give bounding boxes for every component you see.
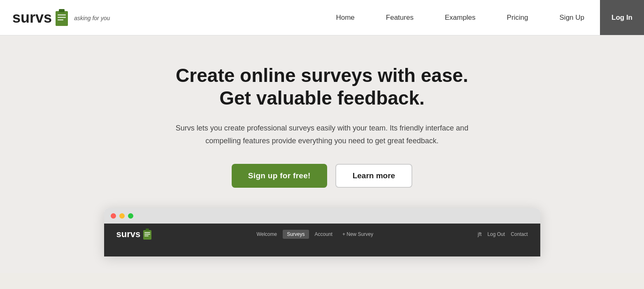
- app-nav-logout[interactable]: Log Out: [487, 231, 505, 237]
- hero-buttons: Sign up for free! Learn more: [8, 164, 636, 188]
- app-nav-username: jft: [478, 231, 481, 237]
- signup-button[interactable]: Sign up for free!: [232, 164, 327, 188]
- learn-more-button[interactable]: Learn more: [335, 164, 412, 188]
- app-nav-links: Welcome Surveys Account + New Survey: [252, 230, 377, 239]
- logo[interactable]: survs asking for you: [12, 9, 110, 27]
- app-nav-surveys[interactable]: Surveys: [283, 230, 309, 239]
- nav-item-features[interactable]: Features: [370, 0, 429, 35]
- header: survs asking for you Home Features Examp…: [0, 0, 644, 35]
- app-logo-icon: [143, 228, 152, 240]
- app-nav-new-survey[interactable]: + New Survey: [338, 230, 377, 239]
- nav-item-signup[interactable]: Sign Up: [544, 0, 600, 35]
- nav-item-pricing[interactable]: Pricing: [491, 0, 544, 35]
- window-maximize-dot: [128, 213, 133, 219]
- svg-rect-1: [59, 9, 65, 12]
- svg-rect-2: [58, 14, 66, 16]
- app-nav-right: jft Log Out Contact: [478, 231, 528, 237]
- hero-title: Create online surveys with ease. Get val…: [8, 64, 636, 110]
- svg-rect-6: [146, 228, 149, 231]
- app-nav-welcome[interactable]: Welcome: [252, 230, 281, 239]
- svg-rect-4: [58, 19, 63, 21]
- hero-subtitle: Survs lets you create professional surve…: [166, 122, 479, 147]
- hero-title-line1: Create online surveys with ease.: [176, 65, 468, 86]
- svg-rect-5: [143, 230, 151, 240]
- app-nav: survs Welcome Surveys Account + New Surv…: [104, 224, 540, 245]
- logo-wordmark: survs: [12, 9, 69, 27]
- app-nav-contact[interactable]: Contact: [511, 231, 528, 237]
- app-logo-text: survs: [116, 229, 141, 240]
- logo-tagline: asking for you: [74, 15, 110, 21]
- svg-rect-7: [144, 232, 150, 233]
- clipboard-icon: [54, 9, 69, 27]
- hero-section: Create online surveys with ease. Get val…: [0, 35, 644, 273]
- app-logo: survs: [116, 228, 152, 240]
- window-titlebar: [104, 208, 540, 224]
- hero-title-line2: Get valuable feedback.: [219, 87, 425, 109]
- main-nav: Home Features Examples Pricing Sign Up L…: [320, 0, 644, 35]
- window-close-dot: [111, 213, 116, 219]
- nav-links: Home Features Examples Pricing Sign Up: [320, 0, 600, 35]
- svg-rect-3: [58, 17, 66, 18]
- svg-rect-0: [56, 11, 68, 26]
- window-minimize-dot: [119, 213, 125, 219]
- svg-rect-8: [144, 234, 150, 235]
- login-button[interactable]: Log In: [600, 0, 644, 35]
- logo-text: survs: [12, 10, 52, 25]
- svg-rect-9: [144, 235, 149, 236]
- app-nav-account[interactable]: Account: [311, 230, 337, 239]
- nav-item-examples[interactable]: Examples: [429, 0, 491, 35]
- nav-item-home[interactable]: Home: [320, 0, 370, 35]
- app-body: survs Welcome Surveys Account + New Surv…: [104, 224, 540, 256]
- app-screenshot: survs Welcome Surveys Account + New Surv…: [104, 208, 540, 256]
